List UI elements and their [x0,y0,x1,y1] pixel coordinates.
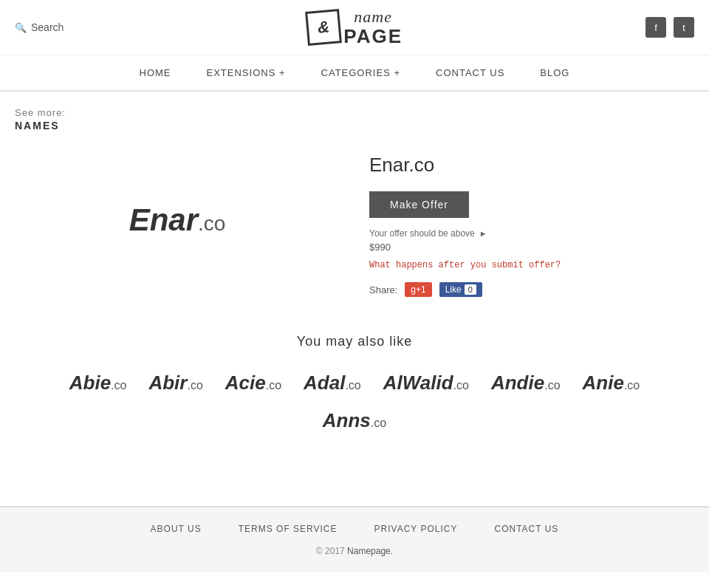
see-more: See more: NAMES [15,106,694,131]
footer-links: ABOUT US TERMS OF SERVICE PRIVACY POLICY… [15,524,694,534]
footer-privacy[interactable]: PRIVACY POLICY [374,524,458,534]
logo-text: name PAGE [343,8,403,47]
share-row: Share: g+1 Like 0 [369,282,694,297]
twitter-icon[interactable]: t [674,17,694,38]
also-like-title: You may also like [15,334,694,349]
nav-blog[interactable]: BLOG [537,55,572,90]
footer-copyright: © 2017 Namepage. [15,546,694,556]
also-item-abie[interactable]: Abie.co [69,372,127,394]
domain-tld-large: .co [198,212,225,235]
fb-count: 0 [465,284,476,295]
domain-area: Enar.co Enar.co Make Offer Your offer sh… [15,146,694,297]
nav-home[interactable]: HOME [137,55,174,90]
also-item-anns[interactable]: Anns.co [323,409,386,432]
nav-categories[interactable]: CATEGORIES + [318,55,403,90]
search-icon: 🔍 [15,22,27,33]
also-item-adal[interactable]: Adal.co [304,372,361,394]
social-links: f t [645,17,694,38]
also-item-abir[interactable]: Abir.co [148,372,202,394]
nav-extensions[interactable]: EXTENSIONS + [204,55,289,90]
main-content: See more: NAMES Enar.co Enar.co Make Off… [0,92,709,476]
footer-contact[interactable]: CONTACT US [494,524,558,534]
names-link[interactable]: NAMES [15,120,694,131]
footer-brand-link[interactable]: Namepage. [347,546,393,556]
also-item-acie[interactable]: Acie.co [225,372,281,394]
facebook-like-button[interactable]: Like 0 [439,282,482,297]
search-label: Search [31,21,64,33]
site-logo[interactable]: & name PAGE [306,8,403,47]
also-like-section: You may also like Abie.co Abir.co Acie.c… [15,334,694,432]
offer-hint: Your offer should be above ► [369,228,694,239]
domain-info: Enar.co Make Offer Your offer should be … [369,146,694,297]
logo-page: PAGE [343,26,403,47]
offer-hint-text: Your offer should be above [369,228,475,239]
also-item-alwalid[interactable]: AlWalid.co [383,372,469,394]
submit-question-link[interactable]: What happens after you submit offer? [369,260,694,270]
make-offer-button[interactable]: Make Offer [369,191,469,218]
footer-about[interactable]: ABOUT US [151,524,202,534]
offer-arrow-icon: ► [479,229,487,238]
logo-ampersand: & [317,17,330,37]
main-nav: HOME EXTENSIONS + CATEGORIES + CONTACT U… [0,55,709,92]
share-label: Share: [369,284,397,295]
facebook-icon[interactable]: f [645,17,666,38]
offer-price: $990 [369,242,694,253]
also-like-grid: Abie.co Abir.co Acie.co Adal.co AlWalid.… [15,372,694,394]
logo-name: name [343,8,403,26]
logo-icon-box: & [305,9,342,46]
domain-name-italic: Enar [129,202,198,237]
google-plus-button[interactable]: g+1 [405,282,431,297]
search-button[interactable]: 🔍 Search [15,21,64,33]
also-item-andie[interactable]: Andie.co [491,372,561,394]
copyright-year: © 2017 [316,546,345,556]
see-more-label: See more: [15,107,66,118]
fb-like-label: Like [445,284,462,295]
also-item-anie[interactable]: Anie.co [583,372,640,394]
header: 🔍 Search & name PAGE f t [0,0,709,55]
footer-terms[interactable]: TERMS OF SERVICE [239,524,338,534]
domain-title: Enar.co [369,154,694,177]
also-like-grid-row2: Anns.co [15,409,694,432]
footer: ABOUT US TERMS OF SERVICE PRIVACY POLICY… [0,506,709,572]
nav-contact[interactable]: CONTACT US [433,55,507,90]
domain-name-large: Enar.co [129,202,226,238]
domain-logo-large: Enar.co [15,146,340,294]
